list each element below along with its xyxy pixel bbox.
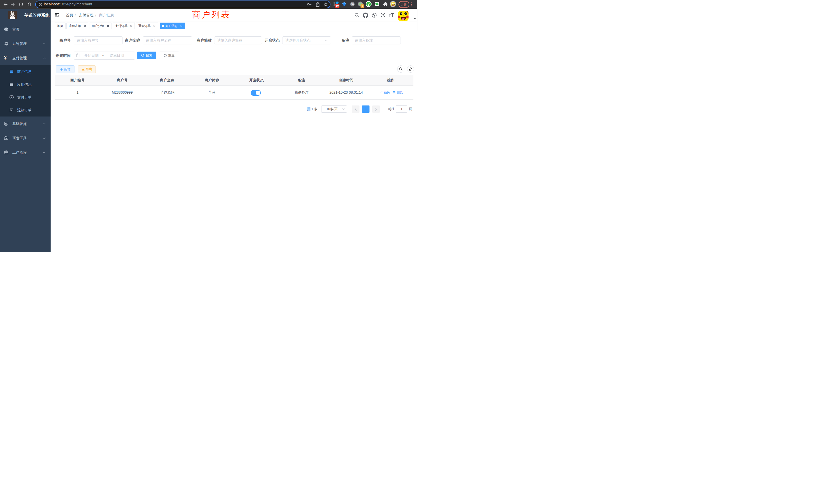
svg-text:¥: ¥: [11, 96, 12, 99]
